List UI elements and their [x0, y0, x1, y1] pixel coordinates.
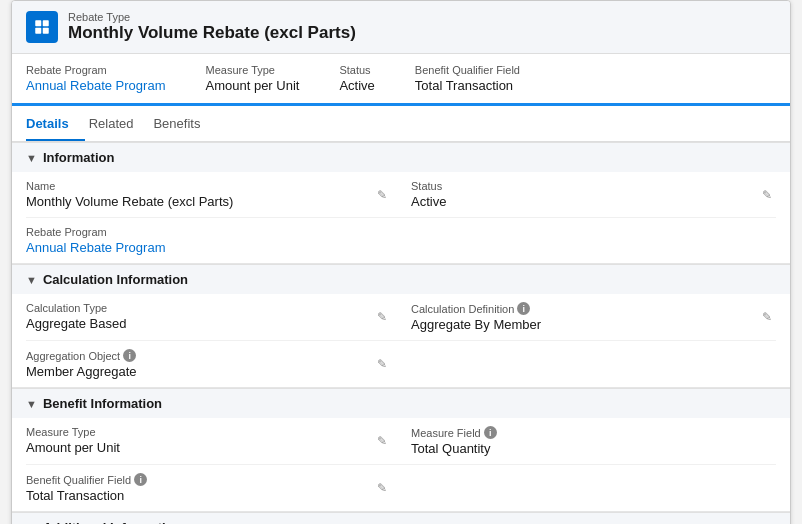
- rebate-type-icon: [26, 11, 58, 43]
- measure-field-info-icon[interactable]: i: [484, 426, 497, 439]
- additional-section-header[interactable]: ► Additional Information: [12, 512, 790, 524]
- calculation-section-body: Calculation Type Aggregate Based ✎ Calcu…: [12, 294, 790, 387]
- calc-type-label: Calculation Type: [26, 302, 391, 314]
- information-section: ▼ Information Name Monthly Volume Rebate…: [12, 142, 790, 264]
- tab-benefits[interactable]: Benefits: [153, 106, 216, 141]
- measure-field-field: Measure Field i Total Quantity: [411, 418, 776, 464]
- calc-def-field: Calculation Definition i Aggregate By Me…: [411, 294, 776, 340]
- tab-bar: Details Related Benefits: [12, 106, 790, 142]
- benefit-qualifier-field: Benefit Qualifier Field i Total Transact…: [26, 465, 391, 511]
- tab-content: ▼ Information Name Monthly Volume Rebate…: [12, 142, 790, 524]
- calc-def-edit-icon[interactable]: ✎: [762, 310, 772, 324]
- measure-field-label: Measure Field i: [411, 426, 776, 439]
- information-section-title: Information: [43, 150, 115, 165]
- record-type-label: Rebate Type: [68, 11, 356, 23]
- benefit-measure-type-value: Amount per Unit: [26, 440, 391, 455]
- calculation-chevron-icon: ▼: [26, 274, 37, 286]
- calc-def-value: Aggregate By Member: [411, 317, 776, 332]
- calc-def-info-icon[interactable]: i: [517, 302, 530, 315]
- calculation-section-header[interactable]: ▼ Calculation Information: [12, 264, 790, 294]
- benefit-section-header[interactable]: ▼ Benefit Information: [12, 388, 790, 418]
- rebate-program-field-label: Rebate Program: [26, 226, 391, 238]
- empty-field-1: [411, 218, 776, 263]
- benefit-chevron-icon: ▼: [26, 398, 37, 410]
- rebate-program-label: Rebate Program: [26, 64, 165, 76]
- info-status-label: Status: [411, 180, 776, 192]
- benefit-qualifier-row: Benefit Qualifier Field i Total Transact…: [26, 465, 776, 511]
- rebate-program-row: Rebate Program Annual Rebate Program: [26, 218, 776, 263]
- meta-benefit-qualifier: Benefit Qualifier Field Total Transactio…: [415, 64, 520, 93]
- benefit-qualifier-field-value: Total Transaction: [26, 488, 391, 503]
- svg-rect-3: [43, 28, 49, 34]
- benefit-section: ▼ Benefit Information Measure Type Amoun…: [12, 388, 790, 512]
- status-edit-icon[interactable]: ✎: [762, 188, 772, 202]
- measure-type-value: Amount per Unit: [205, 78, 299, 93]
- calculation-section-title: Calculation Information: [43, 272, 188, 287]
- benefit-measure-type-field: Measure Type Amount per Unit ✎: [26, 418, 391, 464]
- calc-type-field: Calculation Type Aggregate Based ✎: [26, 294, 391, 340]
- name-label: Name: [26, 180, 391, 192]
- benefit-section-body: Measure Type Amount per Unit ✎ Measure F…: [12, 418, 790, 511]
- info-status-value: Active: [411, 194, 776, 209]
- agg-object-info-icon[interactable]: i: [123, 349, 136, 362]
- svg-rect-0: [35, 20, 41, 26]
- calculation-section: ▼ Calculation Information Calculation Ty…: [12, 264, 790, 388]
- empty-field-2: [411, 341, 776, 387]
- meta-rebate-program: Rebate Program Annual Rebate Program: [26, 64, 165, 93]
- additional-section-title: Additional Information: [43, 520, 182, 524]
- tab-details[interactable]: Details: [26, 106, 85, 141]
- benefit-qualifier-value: Total Transaction: [415, 78, 520, 93]
- rebate-program-link[interactable]: Annual Rebate Program: [26, 78, 165, 93]
- agg-object-label: Aggregation Object i: [26, 349, 391, 362]
- status-field: Status Active ✎: [411, 172, 776, 217]
- record-title: Monthly Volume Rebate (excl Parts): [68, 23, 356, 43]
- page-header: Rebate Type Monthly Volume Rebate (excl …: [12, 1, 790, 54]
- rebate-program-field-value[interactable]: Annual Rebate Program: [26, 240, 165, 255]
- name-value: Monthly Volume Rebate (excl Parts): [26, 194, 391, 209]
- benefit-section-title: Benefit Information: [43, 396, 162, 411]
- name-status-row: Name Monthly Volume Rebate (excl Parts) …: [26, 172, 776, 218]
- information-section-header[interactable]: ▼ Information: [12, 142, 790, 172]
- additional-section: ► Additional Information: [12, 512, 790, 524]
- name-field: Name Monthly Volume Rebate (excl Parts) …: [26, 172, 391, 217]
- svg-rect-1: [43, 20, 49, 26]
- main-window: Rebate Type Monthly Volume Rebate (excl …: [11, 0, 791, 524]
- information-chevron-icon: ▼: [26, 152, 37, 164]
- rebate-program-field: Rebate Program Annual Rebate Program: [26, 218, 391, 263]
- empty-field-3: [411, 465, 776, 511]
- benefit-qualifier-info-icon[interactable]: i: [134, 473, 147, 486]
- tab-related[interactable]: Related: [89, 106, 150, 141]
- calc-type-value: Aggregate Based: [26, 316, 391, 331]
- measure-field-value: Total Quantity: [411, 441, 776, 456]
- agg-object-row: Aggregation Object i Member Aggregate ✎: [26, 341, 776, 387]
- calc-type-edit-icon[interactable]: ✎: [377, 310, 387, 324]
- measure-type-label: Measure Type: [205, 64, 299, 76]
- meta-measure-type: Measure Type Amount per Unit: [205, 64, 299, 93]
- status-label: Status: [339, 64, 374, 76]
- meta-bar: Rebate Program Annual Rebate Program Mea…: [12, 54, 790, 106]
- measure-type-field-row: Measure Type Amount per Unit ✎ Measure F…: [26, 418, 776, 465]
- calc-def-label: Calculation Definition i: [411, 302, 776, 315]
- agg-object-field: Aggregation Object i Member Aggregate ✎: [26, 341, 391, 387]
- calc-type-def-row: Calculation Type Aggregate Based ✎ Calcu…: [26, 294, 776, 341]
- benefit-measure-type-label: Measure Type: [26, 426, 391, 438]
- status-value: Active: [339, 78, 374, 93]
- agg-object-value: Member Aggregate: [26, 364, 391, 379]
- information-section-body: Name Monthly Volume Rebate (excl Parts) …: [12, 172, 790, 263]
- header-text-block: Rebate Type Monthly Volume Rebate (excl …: [68, 11, 356, 43]
- benefit-measure-type-edit-icon[interactable]: ✎: [377, 434, 387, 448]
- agg-object-edit-icon[interactable]: ✎: [377, 357, 387, 371]
- meta-status: Status Active: [339, 64, 374, 93]
- benefit-qualifier-label: Benefit Qualifier Field: [415, 64, 520, 76]
- name-edit-icon[interactable]: ✎: [377, 188, 387, 202]
- svg-rect-2: [35, 28, 41, 34]
- benefit-qualifier-edit-icon[interactable]: ✎: [377, 481, 387, 495]
- benefit-qualifier-field-label: Benefit Qualifier Field i: [26, 473, 391, 486]
